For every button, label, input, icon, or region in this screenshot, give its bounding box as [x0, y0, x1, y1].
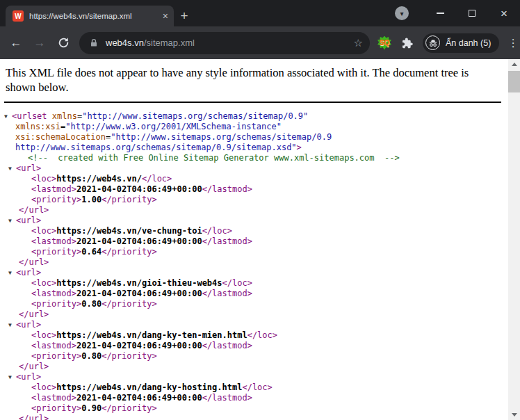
xml-line: ▼<url> — [0, 268, 508, 278]
xml-line: <priority>0.64</priority> — [0, 247, 508, 257]
page-content: This XML file does not appear to have an… — [0, 59, 520, 420]
xml-line: <priority>0.80</priority> — [0, 299, 508, 309]
seoquake-extension-button[interactable]: SQ — [377, 35, 392, 51]
address-bar[interactable]: web4s.vn/sitemap.xml ☆ — [79, 32, 370, 54]
xml-line: </url> — [0, 257, 508, 268]
scroll-down-button[interactable] — [508, 410, 520, 420]
back-button[interactable]: ← — [6, 33, 26, 54]
collapse-arrow-icon[interactable]: ▼ — [8, 163, 16, 174]
xml-viewer-header: This XML file does not appear to have an… — [4, 65, 501, 103]
url-path: /sitemap.xml — [144, 38, 195, 48]
xml-line: <priority>0.90</priority> — [0, 403, 508, 414]
collapse-arrow-icon[interactable]: ▼ — [8, 320, 16, 330]
window-close-button[interactable]: × — [488, 0, 520, 26]
reload-button[interactable] — [53, 33, 74, 54]
reload-icon — [58, 37, 70, 49]
collapse-arrow-icon[interactable]: ▼ — [4, 111, 12, 122]
lock-icon — [89, 38, 99, 48]
tab-title: https://web4s.vn/sitemap.xml — [29, 12, 159, 20]
xml-line: </url> — [0, 309, 508, 320]
browser-window: W https://web4s.vn/sitemap.xml × + ▾ × ←… — [0, 0, 520, 420]
toolbar: ← → web4s.vn/sitemap.xml ☆ SQ — [0, 26, 520, 59]
collapse-arrow-icon[interactable]: ▼ — [8, 268, 16, 278]
extensions-button[interactable] — [400, 37, 413, 49]
xml-tree: ▼<urlset xmlns="http://www.sitemaps.org/… — [0, 111, 508, 420]
xml-line: ▼<urlset xmlns="http://www.sitemaps.org/… — [0, 111, 508, 122]
browser-tab[interactable]: W https://web4s.vn/sitemap.xml × — [6, 6, 174, 26]
xml-line: <lastmod>2021-04-02T04:06:49+00:00</last… — [0, 289, 508, 299]
site-favicon-icon: W — [13, 10, 24, 22]
xml-line: <loc>https://web4s.vn/</loc> — [0, 174, 508, 184]
xml-line: <loc>https://web4s.vn/dang-ky-hosting.ht… — [0, 382, 508, 393]
xml-line: ▼<url> — [0, 163, 508, 174]
xml-line: http://www.sitemaps.org/schemas/sitemap/… — [0, 143, 508, 153]
scrollbar-thumb[interactable] — [508, 71, 520, 92]
xml-line: <lastmod>2021-04-02T04:06:49+00:00</last… — [0, 236, 508, 247]
scroll-down-icon — [512, 413, 517, 417]
seoquake-label: SQ — [380, 39, 389, 47]
xml-line: <loc>https://web4s.vn/gioi-thieu-web4s</… — [0, 278, 508, 289]
xml-line: <lastmod>2021-04-02T04:06:49+00:00</last… — [0, 393, 508, 403]
xml-line: </url> — [0, 414, 508, 420]
scroll-up-button[interactable] — [508, 59, 520, 70]
xml-line: xmlns:xsi="http://www.w3.org/2001/XMLSch… — [0, 122, 508, 132]
xml-notice-text: This XML file does not appear to have an… — [6, 65, 495, 95]
xml-line: <priority>1.00</priority> — [0, 195, 508, 205]
tab-search-button[interactable]: ▾ — [395, 6, 409, 20]
xml-line: xsi:schemaLocation="http://www.sitemaps.… — [0, 132, 508, 143]
xml-line: <lastmod>2021-04-02T04:06:49+00:00</last… — [0, 341, 508, 351]
incognito-icon — [428, 38, 438, 48]
scroll-up-icon — [512, 63, 517, 66]
new-tab-button[interactable]: + — [175, 7, 193, 25]
xml-line: <loc>https://web4s.vn/dang-ky-ten-mien.h… — [0, 330, 508, 341]
forward-button[interactable]: → — [29, 33, 50, 54]
collapse-arrow-icon[interactable]: ▼ — [8, 216, 16, 226]
xml-line: ▼<url> — [0, 320, 508, 330]
xml-line: <loc>https://web4s.vn/ve-chung-toi</loc> — [0, 226, 508, 236]
xml-line: <lastmod>2021-04-02T04:06:49+00:00</last… — [0, 184, 508, 195]
tab-close-icon[interactable]: × — [163, 11, 168, 21]
titlebar: W https://web4s.vn/sitemap.xml × + ▾ × — [0, 0, 520, 26]
incognito-circle — [425, 35, 440, 50]
xml-line: </url> — [0, 205, 508, 216]
bookmark-star-icon[interactable]: ☆ — [354, 37, 363, 49]
collapse-arrow-icon[interactable]: ▼ — [8, 372, 16, 382]
browser-menu-button[interactable]: ⋮ — [506, 37, 520, 49]
url-text[interactable]: web4s.vn/sitemap.xml — [106, 38, 354, 48]
incognito-label: Ẩn danh (5) — [446, 38, 491, 48]
url-host: web4s.vn — [106, 38, 144, 48]
xml-line: ▼<url> — [0, 372, 508, 382]
maximize-button[interactable] — [456, 0, 488, 26]
xml-line: ▼<url> — [0, 216, 508, 226]
xml-line: </url> — [0, 362, 508, 372]
incognito-badge[interactable]: Ẩn danh (5) — [423, 33, 499, 53]
maximize-icon — [469, 10, 476, 17]
xml-line: <priority>0.80</priority> — [0, 351, 508, 362]
xml-line: <!-- created with Free Online Sitemap Ge… — [0, 153, 508, 163]
close-icon: × — [501, 8, 507, 19]
puzzle-icon — [400, 37, 413, 49]
vertical-scrollbar[interactable] — [508, 59, 520, 420]
minimize-button[interactable] — [424, 0, 456, 26]
minimize-icon — [437, 13, 444, 14]
